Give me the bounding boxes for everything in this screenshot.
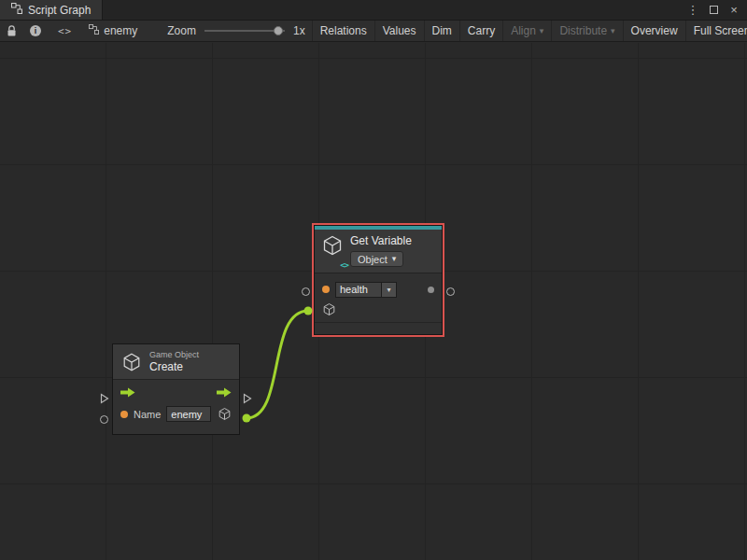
script-graph-icon — [11, 3, 22, 17]
node-create-game-object[interactable]: Game Object Create Name — [112, 343, 240, 435]
toolbar-buttons: Relations Values Dim Carry Align ▾ Distr… — [312, 21, 747, 41]
graph-name: enemy — [104, 24, 137, 37]
variable-name-input[interactable] — [335, 282, 382, 298]
zoom-label: Zoom — [167, 24, 196, 37]
zoom-value: 1x — [293, 24, 305, 37]
code-view-icon[interactable]: <> — [51, 21, 78, 41]
distribute-button[interactable]: Distribute ▾ — [551, 21, 622, 41]
carry-button[interactable]: Carry — [459, 21, 502, 41]
create-header: Game Object Create — [113, 344, 239, 379]
values-button[interactable]: Values — [374, 21, 424, 41]
param-label: Name — [134, 409, 161, 420]
flow-out-arrow-icon[interactable] — [217, 387, 232, 398]
title-bar: Script Graph ⋮ × — [0, 0, 747, 21]
get-variable-body: ▾ — [315, 273, 442, 334]
control-output-port[interactable] — [243, 393, 252, 404]
value-input-dot[interactable] — [322, 286, 330, 293]
code-badge-icon: <> — [339, 260, 349, 270]
create-body: Name — [113, 379, 239, 434]
zoom-slider-handle[interactable] — [274, 26, 283, 35]
flow-in-arrow-icon[interactable] — [120, 387, 135, 398]
game-object-icon: <> — [321, 234, 344, 267]
variable-name-dropdown[interactable]: ▾ — [382, 282, 397, 298]
close-icon[interactable]: × — [726, 2, 742, 19]
tab-title: Script Graph — [28, 4, 91, 17]
node-category: Game Object — [149, 350, 199, 359]
node-get-variable[interactable]: <> Get Variable Object ▾ ▾ — [314, 225, 443, 335]
value-input-dot[interactable] — [120, 411, 128, 418]
node-footer — [315, 322, 442, 334]
variable-scope-dropdown[interactable]: Object ▾ — [350, 251, 403, 267]
node-title: Get Variable — [350, 234, 412, 247]
game-object-port-icon[interactable] — [322, 302, 336, 316]
value-output-dot[interactable] — [428, 287, 434, 293]
tab-script-graph[interactable]: Script Graph — [0, 0, 103, 20]
input-port[interactable] — [302, 287, 310, 296]
name-input[interactable] — [166, 406, 211, 422]
caret-down-icon: ▾ — [392, 255, 397, 263]
game-object-output-icon[interactable] — [218, 407, 232, 421]
zoom-control: Zoom 1x — [161, 21, 311, 41]
caret-down-icon: ▾ — [611, 27, 615, 35]
relations-button[interactable]: Relations — [312, 21, 374, 41]
get-variable-header: <> Get Variable Object ▾ — [315, 230, 442, 273]
graph-toolbar: i <> enemy Zoom 1x Rel — [0, 21, 747, 42]
script-graph-window: Script Graph ⋮ × i <> — [0, 0, 747, 560]
info-icon[interactable]: i — [23, 21, 48, 41]
overview-button[interactable]: Overview — [623, 21, 685, 41]
dim-button[interactable]: Dim — [424, 21, 459, 41]
graph-asset-icon — [89, 24, 99, 37]
control-input-port[interactable] — [100, 393, 109, 404]
node-title: Create — [149, 360, 199, 373]
window-menu-icon[interactable]: ⋮ — [684, 2, 701, 19]
caret-down-icon: ▾ — [540, 27, 544, 35]
maximize-icon[interactable] — [705, 2, 722, 19]
full-screen-button[interactable]: Full Screen — [685, 21, 747, 41]
value-input-port[interactable] — [100, 415, 108, 424]
graph-breadcrumb[interactable]: enemy — [82, 21, 144, 41]
lock-icon[interactable] — [0, 21, 23, 41]
game-object-icon — [121, 352, 142, 372]
align-button[interactable]: Align ▾ — [502, 21, 551, 41]
output-port[interactable] — [446, 287, 455, 296]
zoom-slider[interactable] — [204, 30, 285, 32]
